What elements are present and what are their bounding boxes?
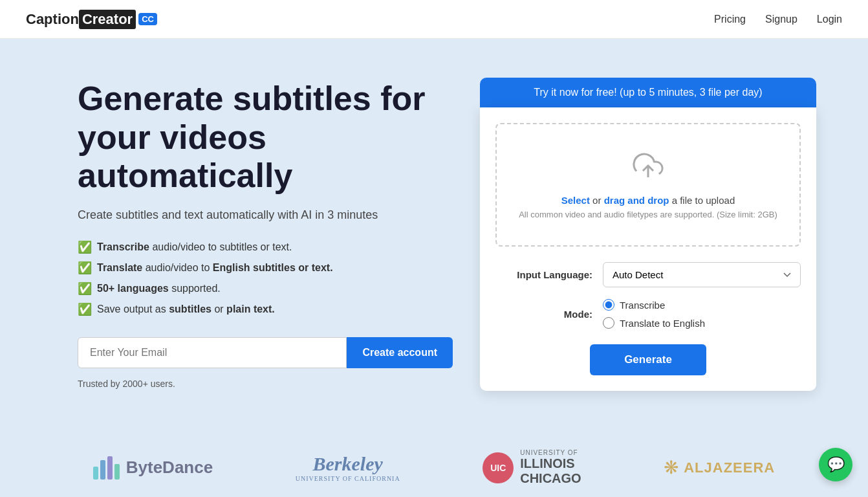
upload-icon [510, 150, 787, 187]
uic-text-block: UNIVERSITY OF ILLINOIS CHICAGO [520, 449, 581, 486]
berkeley-main-text: Berkeley [296, 453, 400, 475]
upload-zone[interactable]: Select or drag and drop a file to upload… [495, 123, 801, 247]
berkeley-text: Berkeley UNIVERSITY OF CALIFORNIA [296, 453, 400, 482]
uic-illinois-text: ILLINOIS [520, 456, 581, 471]
check-icon-2: ✅ [78, 261, 92, 275]
uic-logo: UIC UNIVERSITY OF ILLINOIS CHICAGO [483, 449, 581, 486]
feature-transcribe: ✅ Transcribe audio/video to subtitles or… [78, 240, 453, 254]
logo-cc: CC [138, 13, 157, 25]
main-content: Generate subtitles for your videos autom… [0, 39, 868, 430]
uic-university-text: UNIVERSITY OF [520, 449, 581, 456]
widget-container: Try it now for free! (up to 5 minutes, 3… [480, 78, 816, 391]
mode-transcribe-radio[interactable] [603, 299, 614, 311]
upload-text: Select or drag and drop a file to upload [510, 195, 787, 206]
nav: Pricing Signup Login [714, 14, 842, 25]
aljazeera-text: ALJAZEERA [684, 459, 775, 476]
feature-translate: ✅ Translate audio/video to English subti… [78, 261, 453, 275]
header: CaptionCreatorCC Pricing Signup Login [0, 0, 868, 39]
email-row: Create account [78, 337, 453, 368]
aljazeera-logo: ❋ ALJAZEERA [664, 457, 775, 478]
logos-section: ByteDance Berkeley UNIVERSITY OF CALIFOR… [0, 430, 868, 497]
widget-banner: Try it now for free! (up to 5 minutes, 3… [480, 78, 816, 107]
bytedance-logo: ByteDance [93, 456, 213, 480]
feature-languages: ✅ 50+ languages supported. [78, 282, 453, 296]
mode-row: Mode: Transcribe Translate to English [495, 299, 801, 329]
upload-subtext: All common video and audio filetypes are… [510, 210, 787, 219]
nav-signup[interactable]: Signup [765, 14, 797, 25]
create-account-button[interactable]: Create account [347, 337, 453, 368]
hero-section: Generate subtitles for your videos autom… [78, 80, 453, 389]
widget-body: Select or drag and drop a file to upload… [480, 107, 816, 391]
language-select[interactable]: Auto Detect English Spanish French [603, 262, 801, 287]
features-list: ✅ Transcribe audio/video to subtitles or… [78, 240, 453, 316]
nav-pricing[interactable]: Pricing [714, 14, 746, 25]
mode-translate-text: Translate to English [620, 318, 705, 329]
uic-circle-icon: UIC [483, 452, 514, 483]
mode-label: Mode: [495, 309, 592, 320]
mode-transcribe-text: Transcribe [620, 300, 665, 311]
trusted-text: Trusted by 2000+ users. [78, 379, 453, 389]
chat-bubble-button[interactable]: 💬 [819, 448, 852, 481]
input-language-row: Input Language: Auto Detect English Span… [495, 262, 801, 287]
logo-caption: Caption [26, 11, 79, 28]
email-input[interactable] [78, 337, 347, 368]
logo[interactable]: CaptionCreatorCC [26, 10, 157, 29]
check-icon-3: ✅ [78, 282, 92, 296]
generate-button[interactable]: Generate [590, 344, 706, 375]
chat-bubble-icon: 💬 [827, 456, 845, 473]
mode-translate-radio[interactable] [603, 317, 614, 329]
check-icon-4: ✅ [78, 302, 92, 316]
mode-transcribe-label[interactable]: Transcribe [603, 299, 705, 311]
check-icon-1: ✅ [78, 240, 92, 254]
mode-translate-label[interactable]: Translate to English [603, 317, 705, 329]
berkeley-sub-text: UNIVERSITY OF CALIFORNIA [296, 475, 400, 482]
logo-creator: Creator [79, 10, 136, 29]
feature-output: ✅ Save output as subtitles or plain text… [78, 302, 453, 316]
aljazeera-icon: ❋ [664, 457, 678, 478]
input-language-label: Input Language: [495, 269, 592, 280]
bytedance-bars-icon [93, 456, 120, 480]
hero-title: Generate subtitles for your videos autom… [78, 80, 453, 195]
nav-login[interactable]: Login [817, 14, 842, 25]
bytedance-text: ByteDance [126, 458, 213, 478]
berkeley-logo: Berkeley UNIVERSITY OF CALIFORNIA [296, 453, 400, 482]
hero-subtitle: Create subtitles and text automatically … [78, 208, 453, 222]
mode-radio-group: Transcribe Translate to English [603, 299, 705, 329]
uic-chicago-text: CHICAGO [520, 471, 581, 486]
